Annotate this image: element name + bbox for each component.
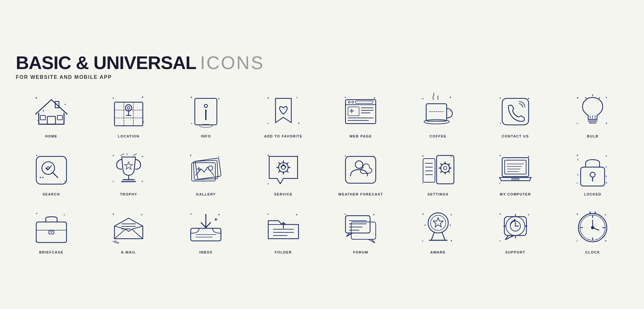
search-label: SEARCH — [43, 192, 60, 196]
folder-icon: ✦ ✦ — [264, 209, 302, 247]
svg-text:✦: ✦ — [605, 239, 607, 242]
svg-text:✦: ✦ — [373, 213, 375, 216]
add-to-favorite-label: ADD TO FAVORITE — [264, 134, 303, 138]
clock-icon: ✦ ✦ ✦ ✦ — [574, 209, 612, 247]
my-computer-label: MY COMPUTER — [500, 192, 531, 196]
svg-rect-69 — [36, 156, 67, 184]
page-container: BASIC & UNIVERSAL ICONS FOR WEBSITE AND … — [0, 39, 644, 270]
weather-forecast-icon: ✦ ✦ — [342, 151, 380, 189]
settings-icon: ✦ ✦ ✦ — [419, 151, 457, 189]
icon-cell-forum: ✦ ✦ FORUM — [325, 206, 396, 257]
svg-point-110 — [355, 161, 363, 168]
svg-text:✦: ✦ — [450, 239, 453, 242]
icon-cell-email: ✦ ✦ ✦ E-MAIL — [93, 206, 164, 257]
svg-rect-90 — [192, 163, 215, 181]
svg-text:✦: ✦ — [605, 122, 608, 125]
svg-line-197 — [442, 232, 445, 240]
forum-icon: ✦ ✦ — [342, 209, 380, 247]
forum-label: FORUM — [353, 250, 368, 254]
svg-line-124 — [441, 171, 442, 172]
svg-text:✦: ✦ — [576, 154, 579, 157]
briefcase-label: BRIEFCASE — [39, 250, 63, 254]
bulb-label: BULB — [587, 134, 599, 138]
svg-text:✦: ✦ — [37, 120, 38, 121]
svg-text:×: × — [605, 175, 607, 178]
my-computer-icon: ✦ ✦ ✦ — [496, 151, 534, 189]
svg-text:✦: ✦ — [64, 103, 66, 106]
svg-rect-134 — [505, 160, 526, 174]
svg-text:✦: ✦ — [344, 155, 346, 158]
svg-line-83 — [121, 154, 124, 155]
svg-text:✦: ✦ — [605, 96, 607, 99]
svg-text:✦: ✦ — [450, 213, 452, 216]
svg-text:✦: ✦ — [344, 213, 346, 216]
svg-rect-183 — [351, 222, 376, 239]
coffee-icon: ✦ ✦ — [419, 93, 457, 131]
svg-rect-5 — [57, 115, 62, 120]
svg-text:✦: ✦ — [218, 97, 220, 100]
svg-text:✦: ✦ — [63, 214, 65, 216]
support-label: SUPPORT — [505, 250, 525, 254]
support-icon: ✦ ✦ ✦ — [496, 209, 534, 247]
icon-cell-award: ✦ ✦ ✦ ✦ ✦ ✦ AWARD — [403, 206, 473, 257]
svg-rect-48 — [426, 104, 447, 121]
icon-cell-inbox: ✦ ✦ INBOX — [171, 206, 241, 257]
svg-point-24 — [204, 104, 207, 108]
search-icon: ✦ ✦ — [32, 151, 70, 189]
svg-text:✦: ✦ — [36, 212, 38, 215]
svg-point-156 — [50, 230, 52, 232]
service-icon: ✦ ✦ ✦ — [264, 151, 302, 189]
svg-text:✦: ✦ — [449, 96, 452, 99]
folder-label: FOLDER — [275, 250, 292, 254]
svg-rect-155 — [49, 230, 54, 234]
svg-text:✦: ✦ — [298, 122, 300, 125]
svg-text:×: × — [577, 173, 579, 177]
svg-rect-37 — [356, 101, 373, 103]
svg-text:✦: ✦ — [190, 213, 192, 216]
icon-cell-my-computer: ✦ ✦ ✦ MY COMPUTER — [480, 148, 551, 199]
clock-label: CLOCK — [585, 250, 600, 254]
svg-text:✦: ✦ — [36, 154, 38, 157]
svg-line-122 — [448, 171, 450, 172]
home-icon: ✦ ✦ ✦ — [32, 93, 70, 131]
svg-text:✦: ✦ — [218, 156, 220, 158]
svg-text:✦: ✦ — [422, 240, 424, 242]
contact-us-icon: ✦ ✦ ✦ — [496, 93, 534, 131]
svg-line-66 — [599, 97, 600, 98]
gallery-label: GALLERY — [196, 192, 216, 196]
svg-point-193 — [428, 213, 448, 233]
icon-cell-home: ✦ ✦ ✦ HOME — [16, 90, 87, 141]
svg-rect-144 — [581, 167, 605, 186]
web-page-icon: ✦ ✦ — [342, 93, 380, 131]
info-icon: ✦ ✦ ✦ — [187, 93, 225, 131]
svg-text:✦: ✦ — [267, 183, 269, 185]
subtitle: FOR WEBSITE AND MOBILE APP — [16, 74, 628, 80]
svg-point-145 — [590, 172, 595, 177]
svg-point-165 — [114, 241, 116, 243]
svg-text:✦: ✦ — [112, 154, 114, 157]
svg-point-223 — [591, 226, 594, 229]
svg-text:✦: ✦ — [141, 96, 144, 99]
svg-text:✦: ✦ — [191, 122, 193, 125]
svg-text:✦: ✦ — [576, 122, 578, 125]
icon-cell-contact-us: ✦ ✦ ✦ CONTACT US — [480, 90, 551, 141]
svg-text:✦: ✦ — [499, 240, 501, 242]
svg-text:✦: ✦ — [499, 213, 502, 216]
svg-text:✦: ✦ — [527, 213, 530, 216]
svg-text:✦: ✦ — [576, 213, 579, 216]
svg-point-35 — [348, 101, 350, 103]
icon-cell-location: ✦ ✦ ✦ LOCATION — [93, 90, 164, 141]
svg-line-123 — [448, 164, 450, 165]
title-light: ICONS — [200, 52, 264, 73]
location-icon: ✦ ✦ ✦ — [110, 93, 148, 131]
svg-text:✦: ✦ — [424, 224, 426, 227]
svg-text:✦: ✦ — [112, 213, 115, 216]
svg-text:✦: ✦ — [422, 97, 424, 100]
svg-text:✦: ✦ — [295, 213, 298, 216]
inbox-label: INBOX — [199, 250, 212, 254]
icon-cell-add-to-favorite: ✦ ✦ ✦ ✦ ADD TO FAVORITE — [248, 90, 319, 141]
svg-line-65 — [585, 97, 586, 98]
svg-marker-195 — [433, 218, 443, 227]
svg-text:×: × — [577, 158, 579, 161]
award-icon: ✦ ✦ ✦ ✦ ✦ ✦ — [419, 209, 457, 247]
